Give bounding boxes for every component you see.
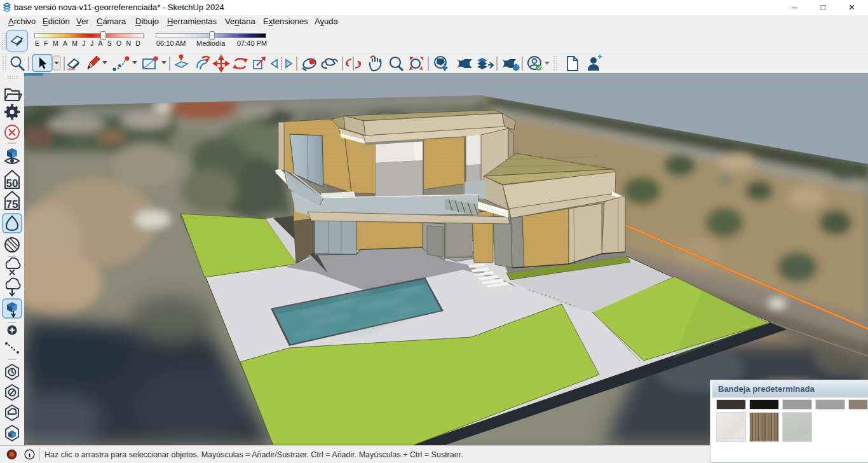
svg-text:i: i xyxy=(29,451,31,459)
svg-text:75: 75 xyxy=(6,198,18,211)
svg-text:50: 50 xyxy=(6,177,18,190)
